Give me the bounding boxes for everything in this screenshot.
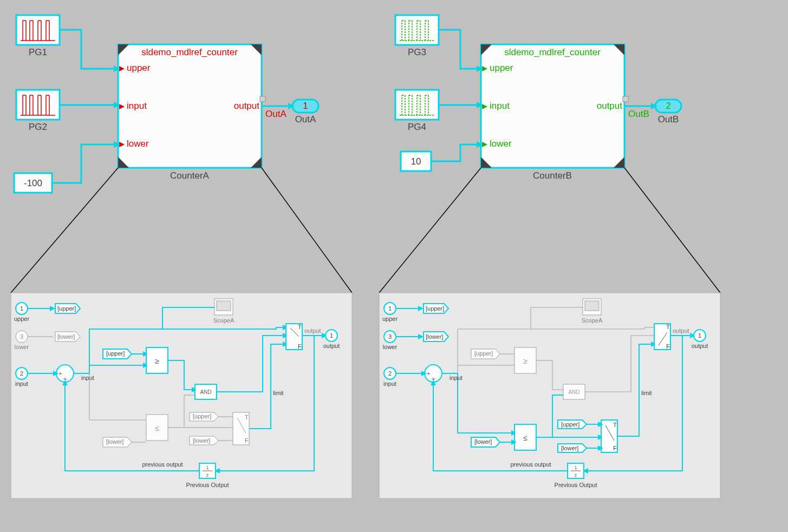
scope-a-name: ScopeA <box>213 317 235 324</box>
inport-input-name: input <box>15 380 28 387</box>
svg-text:lower: lower <box>383 344 398 350</box>
signal-input-label: input <box>81 375 94 381</box>
svg-text:z: z <box>575 472 577 478</box>
inport-upper-idx: 1 <box>20 305 23 312</box>
from-upper-a-text: [upper] <box>106 350 125 357</box>
svg-text:output: output <box>673 327 689 334</box>
inport-upper-name: upper <box>14 316 29 322</box>
svg-text:AND: AND <box>568 389 579 395</box>
svg-text:+: + <box>58 370 62 377</box>
pulse-generator-pg3[interactable] <box>395 15 439 45</box>
pulse-generator-pg2[interactable] <box>16 90 60 120</box>
counter-b-port-upper: upper <box>490 63 513 73</box>
svg-text:previous output: previous output <box>510 461 551 468</box>
counter-a-name: CounterA <box>170 170 209 181</box>
svg-text:1: 1 <box>206 465 209 470</box>
svg-text:[upper]: [upper] <box>193 413 211 419</box>
constant-10-value: 10 <box>411 156 421 167</box>
counter-a-port-output: output <box>234 101 260 111</box>
svg-text:T: T <box>666 324 670 330</box>
relop-geq-symbol: ≥ <box>155 357 159 365</box>
unit-delay-name: Previous Output <box>186 482 229 488</box>
outport-output-name: output <box>323 343 340 349</box>
outport-outa-index: 1 <box>303 101 308 111</box>
svg-text:previous output: previous output <box>142 461 183 468</box>
pulse-generator-pg1[interactable] <box>16 15 60 45</box>
svg-text:[lower]: [lower] <box>474 438 492 445</box>
pg2-label: PG2 <box>29 122 47 132</box>
svg-text:z: z <box>206 472 209 478</box>
outport-outb-index: 2 <box>666 101 670 111</box>
inport-input-index: 2 <box>20 370 23 377</box>
svg-text:input: input <box>450 375 463 381</box>
svg-text:2: 2 <box>388 370 392 377</box>
svg-text:output: output <box>692 343 708 349</box>
subsystem-panel-b: 1 upper [upper] 3 lower [lower] 2 input … <box>379 293 720 498</box>
signal-viewer-icon <box>260 96 265 102</box>
outport-output-idx: 1 <box>330 332 333 339</box>
pg4-label: PG4 <box>408 122 426 132</box>
svg-text:input: input <box>383 380 396 387</box>
counter-b-port-input: input <box>490 101 510 111</box>
svg-text:output: output <box>304 327 321 334</box>
expansion-line <box>262 168 352 293</box>
signal-outb-label: OutB <box>628 109 649 119</box>
signal-viewer-icon-b <box>623 96 628 102</box>
goto-upper-text: [upper] <box>57 305 76 312</box>
svg-text:1: 1 <box>388 305 392 312</box>
pulse-generator-pg4[interactable] <box>395 90 439 120</box>
counter-a-port-input: input <box>127 101 147 111</box>
section-left: PG1 PG2 -100 sldemo_mdlre <box>14 15 318 193</box>
inport-lower-idx: 3 <box>20 333 23 340</box>
svg-text:1: 1 <box>698 332 701 339</box>
counter-a-title: sldemo_mdlref_counter <box>141 47 238 57</box>
relop-leq-symbol: ≤ <box>155 424 159 432</box>
section-right: PG3 PG4 10 sldemo_mdlref_counter upper <box>395 15 681 181</box>
logic-and-text: AND <box>200 389 211 395</box>
svg-text:[lower]: [lower] <box>193 437 210 444</box>
svg-text:+: + <box>427 370 430 377</box>
svg-text:T: T <box>613 422 617 428</box>
pg3-label: PG3 <box>408 47 426 57</box>
svg-text:[upper]: [upper] <box>426 305 444 312</box>
svg-text:T: T <box>298 324 302 330</box>
svg-text:ScopeA: ScopeA <box>582 317 603 324</box>
svg-text:upper: upper <box>382 316 398 322</box>
svg-text:F: F <box>666 343 670 350</box>
svg-text:[upper]: [upper] <box>474 350 493 357</box>
svg-text:≤: ≤ <box>523 434 527 442</box>
counter-b-name: CounterB <box>533 170 572 181</box>
outport-outa-name: OutA <box>295 114 316 124</box>
svg-text:1: 1 <box>574 465 577 470</box>
svg-text:≥: ≥ <box>523 357 527 365</box>
counter-a-port-upper: upper <box>127 63 151 73</box>
counter-b-port-lower: lower <box>490 139 512 149</box>
counter-b-title: sldemo_mdlref_counter <box>504 47 601 57</box>
signal-outa-label: OutA <box>265 109 286 119</box>
svg-text:[lower]: [lower] <box>561 445 578 451</box>
svg-rect-129 <box>585 301 599 311</box>
svg-text:F: F <box>245 437 249 444</box>
svg-text:[upper]: [upper] <box>561 421 579 428</box>
constant-neg100-value: -100 <box>24 178 42 188</box>
svg-text:limit: limit <box>273 390 284 396</box>
pg1-label: PG1 <box>29 47 47 57</box>
svg-text:Previous Output: Previous Output <box>555 482 597 488</box>
expansion-line <box>624 168 720 293</box>
svg-text:F: F <box>613 445 617 451</box>
outport-outb-name: OutB <box>658 114 679 124</box>
subsystem-panel-a: 2 input + + input [upper] ≥ AND <box>11 293 352 498</box>
svg-text:limit: limit <box>641 390 652 396</box>
counter-a-port-lower: lower <box>127 139 149 149</box>
svg-rect-112 <box>217 301 231 311</box>
inport-lower-name: lower <box>15 344 29 350</box>
svg-text:T: T <box>245 414 249 421</box>
expansion-line <box>379 168 481 293</box>
counter-b-port-output: output <box>597 101 623 111</box>
svg-text:[lower]: [lower] <box>426 333 443 340</box>
svg-text:3: 3 <box>388 333 392 340</box>
goto-lower-text: [lower] <box>57 333 75 340</box>
svg-text:F: F <box>298 343 302 350</box>
svg-text:[lower]: [lower] <box>106 438 123 445</box>
